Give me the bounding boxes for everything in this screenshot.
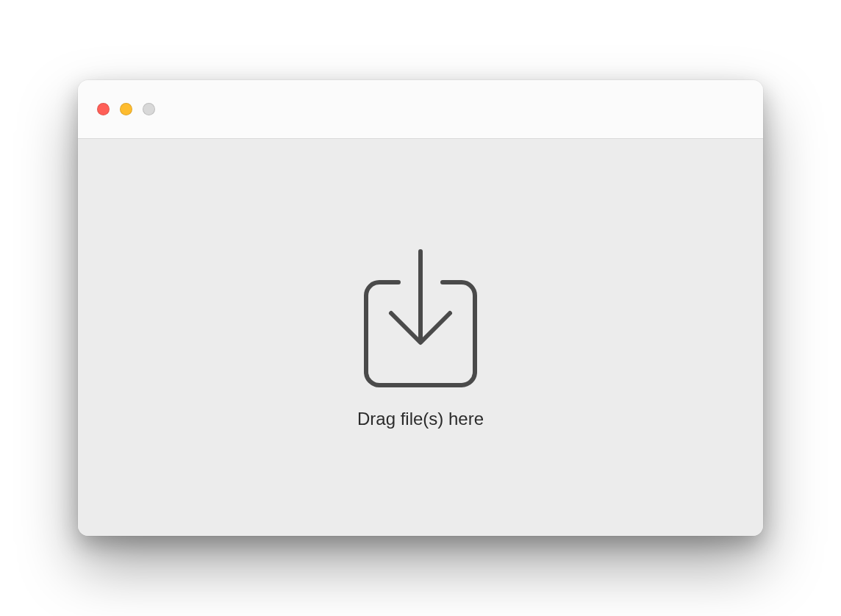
- app-window: Drag file(s) here: [78, 80, 763, 536]
- window-close-button[interactable]: [97, 103, 110, 115]
- content-area: Drag file(s) here: [78, 139, 763, 536]
- download-tray-icon: [359, 246, 482, 393]
- file-dropzone[interactable]: Drag file(s) here: [357, 246, 484, 430]
- titlebar: [78, 80, 763, 139]
- window-minimize-button[interactable]: [120, 103, 132, 115]
- dropzone-label: Drag file(s) here: [357, 409, 484, 430]
- window-zoom-button[interactable]: [143, 103, 155, 115]
